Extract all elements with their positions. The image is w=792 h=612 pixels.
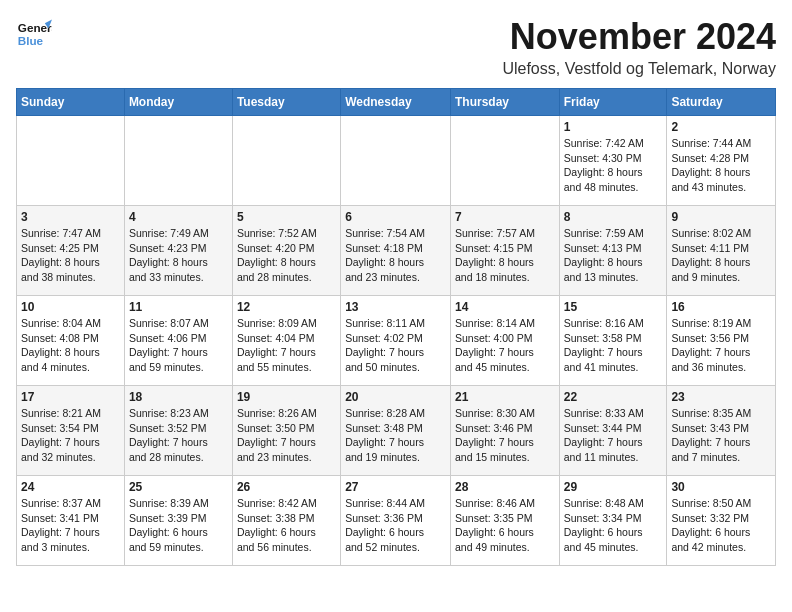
calendar-cell: 9Sunrise: 8:02 AM Sunset: 4:11 PM Daylig… bbox=[667, 206, 776, 296]
day-number: 28 bbox=[455, 480, 555, 494]
calendar-week-row: 17Sunrise: 8:21 AM Sunset: 3:54 PM Dayli… bbox=[17, 386, 776, 476]
location-subtitle: Ulefoss, Vestfold og Telemark, Norway bbox=[502, 60, 776, 78]
day-number: 24 bbox=[21, 480, 120, 494]
day-number: 9 bbox=[671, 210, 771, 224]
calendar-cell: 25Sunrise: 8:39 AM Sunset: 3:39 PM Dayli… bbox=[124, 476, 232, 566]
calendar-table: SundayMondayTuesdayWednesdayThursdayFrid… bbox=[16, 88, 776, 566]
day-number: 23 bbox=[671, 390, 771, 404]
day-number: 13 bbox=[345, 300, 446, 314]
calendar-cell bbox=[17, 116, 125, 206]
calendar-cell: 6Sunrise: 7:54 AM Sunset: 4:18 PM Daylig… bbox=[341, 206, 451, 296]
calendar-cell: 17Sunrise: 8:21 AM Sunset: 3:54 PM Dayli… bbox=[17, 386, 125, 476]
calendar-cell: 26Sunrise: 8:42 AM Sunset: 3:38 PM Dayli… bbox=[232, 476, 340, 566]
calendar-cell: 20Sunrise: 8:28 AM Sunset: 3:48 PM Dayli… bbox=[341, 386, 451, 476]
calendar-cell: 1Sunrise: 7:42 AM Sunset: 4:30 PM Daylig… bbox=[559, 116, 667, 206]
calendar-cell bbox=[450, 116, 559, 206]
day-number: 29 bbox=[564, 480, 663, 494]
day-of-week-header: Monday bbox=[124, 89, 232, 116]
calendar-cell bbox=[341, 116, 451, 206]
day-info: Sunrise: 7:54 AM Sunset: 4:18 PM Dayligh… bbox=[345, 226, 446, 285]
day-info: Sunrise: 8:48 AM Sunset: 3:34 PM Dayligh… bbox=[564, 496, 663, 555]
calendar-cell: 19Sunrise: 8:26 AM Sunset: 3:50 PM Dayli… bbox=[232, 386, 340, 476]
logo: General Blue bbox=[16, 16, 52, 52]
logo-icon: General Blue bbox=[16, 16, 52, 52]
day-number: 5 bbox=[237, 210, 336, 224]
day-of-week-header: Sunday bbox=[17, 89, 125, 116]
calendar-cell: 29Sunrise: 8:48 AM Sunset: 3:34 PM Dayli… bbox=[559, 476, 667, 566]
calendar-cell: 21Sunrise: 8:30 AM Sunset: 3:46 PM Dayli… bbox=[450, 386, 559, 476]
calendar-cell bbox=[232, 116, 340, 206]
day-info: Sunrise: 8:14 AM Sunset: 4:00 PM Dayligh… bbox=[455, 316, 555, 375]
calendar-cell: 27Sunrise: 8:44 AM Sunset: 3:36 PM Dayli… bbox=[341, 476, 451, 566]
calendar-cell: 10Sunrise: 8:04 AM Sunset: 4:08 PM Dayli… bbox=[17, 296, 125, 386]
day-info: Sunrise: 8:19 AM Sunset: 3:56 PM Dayligh… bbox=[671, 316, 771, 375]
day-number: 16 bbox=[671, 300, 771, 314]
day-number: 11 bbox=[129, 300, 228, 314]
day-info: Sunrise: 8:11 AM Sunset: 4:02 PM Dayligh… bbox=[345, 316, 446, 375]
day-number: 27 bbox=[345, 480, 446, 494]
calendar-cell: 14Sunrise: 8:14 AM Sunset: 4:00 PM Dayli… bbox=[450, 296, 559, 386]
day-info: Sunrise: 8:30 AM Sunset: 3:46 PM Dayligh… bbox=[455, 406, 555, 465]
day-info: Sunrise: 8:02 AM Sunset: 4:11 PM Dayligh… bbox=[671, 226, 771, 285]
day-info: Sunrise: 8:26 AM Sunset: 3:50 PM Dayligh… bbox=[237, 406, 336, 465]
calendar-cell: 8Sunrise: 7:59 AM Sunset: 4:13 PM Daylig… bbox=[559, 206, 667, 296]
day-info: Sunrise: 7:52 AM Sunset: 4:20 PM Dayligh… bbox=[237, 226, 336, 285]
day-of-week-header: Tuesday bbox=[232, 89, 340, 116]
day-number: 21 bbox=[455, 390, 555, 404]
day-info: Sunrise: 7:49 AM Sunset: 4:23 PM Dayligh… bbox=[129, 226, 228, 285]
month-title: November 2024 bbox=[502, 16, 776, 58]
calendar-cell bbox=[124, 116, 232, 206]
day-info: Sunrise: 8:04 AM Sunset: 4:08 PM Dayligh… bbox=[21, 316, 120, 375]
day-number: 2 bbox=[671, 120, 771, 134]
day-number: 26 bbox=[237, 480, 336, 494]
calendar-cell: 24Sunrise: 8:37 AM Sunset: 3:41 PM Dayli… bbox=[17, 476, 125, 566]
day-info: Sunrise: 8:33 AM Sunset: 3:44 PM Dayligh… bbox=[564, 406, 663, 465]
calendar-cell: 12Sunrise: 8:09 AM Sunset: 4:04 PM Dayli… bbox=[232, 296, 340, 386]
calendar-cell: 3Sunrise: 7:47 AM Sunset: 4:25 PM Daylig… bbox=[17, 206, 125, 296]
calendar-cell: 13Sunrise: 8:11 AM Sunset: 4:02 PM Dayli… bbox=[341, 296, 451, 386]
calendar-cell: 22Sunrise: 8:33 AM Sunset: 3:44 PM Dayli… bbox=[559, 386, 667, 476]
day-number: 1 bbox=[564, 120, 663, 134]
day-number: 3 bbox=[21, 210, 120, 224]
day-number: 7 bbox=[455, 210, 555, 224]
svg-text:Blue: Blue bbox=[18, 34, 44, 47]
day-number: 8 bbox=[564, 210, 663, 224]
day-info: Sunrise: 8:21 AM Sunset: 3:54 PM Dayligh… bbox=[21, 406, 120, 465]
day-number: 4 bbox=[129, 210, 228, 224]
day-info: Sunrise: 8:07 AM Sunset: 4:06 PM Dayligh… bbox=[129, 316, 228, 375]
day-number: 20 bbox=[345, 390, 446, 404]
day-number: 6 bbox=[345, 210, 446, 224]
day-info: Sunrise: 7:59 AM Sunset: 4:13 PM Dayligh… bbox=[564, 226, 663, 285]
day-info: Sunrise: 8:09 AM Sunset: 4:04 PM Dayligh… bbox=[237, 316, 336, 375]
day-of-week-header: Friday bbox=[559, 89, 667, 116]
calendar-cell: 18Sunrise: 8:23 AM Sunset: 3:52 PM Dayli… bbox=[124, 386, 232, 476]
calendar-header-row: SundayMondayTuesdayWednesdayThursdayFrid… bbox=[17, 89, 776, 116]
calendar-cell: 11Sunrise: 8:07 AM Sunset: 4:06 PM Dayli… bbox=[124, 296, 232, 386]
calendar-week-row: 10Sunrise: 8:04 AM Sunset: 4:08 PM Dayli… bbox=[17, 296, 776, 386]
day-number: 14 bbox=[455, 300, 555, 314]
day-info: Sunrise: 7:44 AM Sunset: 4:28 PM Dayligh… bbox=[671, 136, 771, 195]
day-number: 22 bbox=[564, 390, 663, 404]
calendar-week-row: 3Sunrise: 7:47 AM Sunset: 4:25 PM Daylig… bbox=[17, 206, 776, 296]
day-number: 18 bbox=[129, 390, 228, 404]
title-area: November 2024 Ulefoss, Vestfold og Telem… bbox=[502, 16, 776, 78]
calendar-cell: 4Sunrise: 7:49 AM Sunset: 4:23 PM Daylig… bbox=[124, 206, 232, 296]
day-info: Sunrise: 7:47 AM Sunset: 4:25 PM Dayligh… bbox=[21, 226, 120, 285]
calendar-cell: 2Sunrise: 7:44 AM Sunset: 4:28 PM Daylig… bbox=[667, 116, 776, 206]
page-header: General Blue November 2024 Ulefoss, Vest… bbox=[16, 16, 776, 78]
day-number: 15 bbox=[564, 300, 663, 314]
calendar-cell: 23Sunrise: 8:35 AM Sunset: 3:43 PM Dayli… bbox=[667, 386, 776, 476]
day-info: Sunrise: 7:57 AM Sunset: 4:15 PM Dayligh… bbox=[455, 226, 555, 285]
day-of-week-header: Saturday bbox=[667, 89, 776, 116]
day-number: 19 bbox=[237, 390, 336, 404]
calendar-week-row: 1Sunrise: 7:42 AM Sunset: 4:30 PM Daylig… bbox=[17, 116, 776, 206]
day-number: 30 bbox=[671, 480, 771, 494]
day-number: 10 bbox=[21, 300, 120, 314]
calendar-cell: 7Sunrise: 7:57 AM Sunset: 4:15 PM Daylig… bbox=[450, 206, 559, 296]
day-info: Sunrise: 8:23 AM Sunset: 3:52 PM Dayligh… bbox=[129, 406, 228, 465]
calendar-cell: 15Sunrise: 8:16 AM Sunset: 3:58 PM Dayli… bbox=[559, 296, 667, 386]
day-number: 12 bbox=[237, 300, 336, 314]
day-info: Sunrise: 8:44 AM Sunset: 3:36 PM Dayligh… bbox=[345, 496, 446, 555]
day-info: Sunrise: 8:35 AM Sunset: 3:43 PM Dayligh… bbox=[671, 406, 771, 465]
day-info: Sunrise: 8:46 AM Sunset: 3:35 PM Dayligh… bbox=[455, 496, 555, 555]
